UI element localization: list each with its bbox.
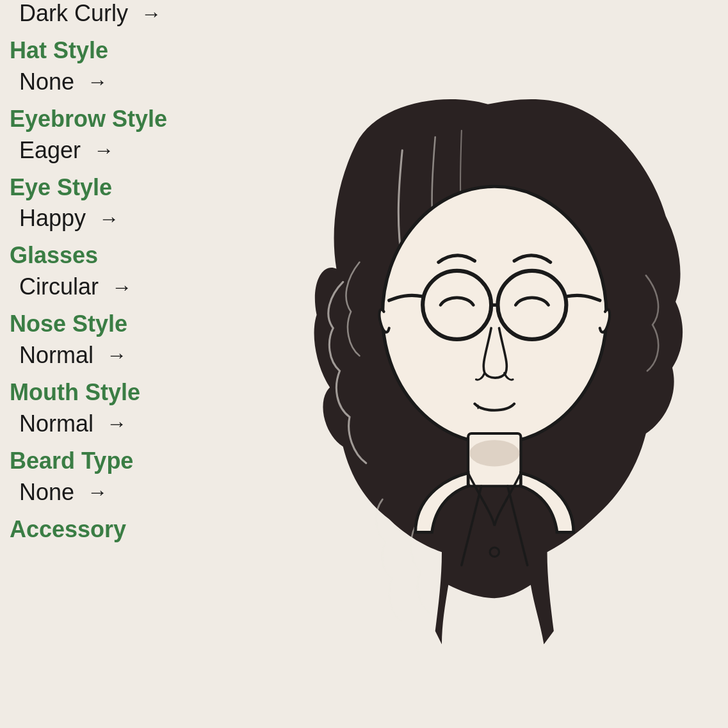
hair-style-value-row[interactable]: Dark Curly → [6, 0, 243, 27]
accessory-group: Accessory [6, 515, 243, 545]
hair-style-arrow: → [141, 2, 161, 26]
mouth-style-group: Mouth Style Normal → [6, 378, 243, 444]
nose-style-arrow: → [106, 343, 127, 367]
nose-style-value-row[interactable]: Normal → [6, 342, 243, 369]
main-layout: Dark Curly → Hat Style None → Eyebrow St… [0, 0, 728, 728]
eye-style-value-row[interactable]: Happy → [6, 205, 243, 232]
glasses-label: Glasses [6, 241, 243, 271]
eyebrow-style-group: Eyebrow Style Eager → [6, 104, 243, 170]
face [382, 186, 606, 443]
beard-type-label: Beard Type [6, 446, 243, 476]
eye-style-arrow: → [99, 207, 119, 231]
hat-style-value: None [19, 69, 74, 95]
hair-style-group: Dark Curly → [6, 0, 243, 33]
avatar-area [248, 0, 728, 728]
beard-type-arrow: → [87, 480, 108, 504]
eyebrow-style-label: Eyebrow Style [6, 104, 243, 134]
nose-style-label: Nose Style [6, 309, 243, 339]
eye-style-label: Eye Style [6, 173, 243, 203]
hat-style-label: Hat Style [6, 36, 243, 66]
eye-style-value: Happy [19, 205, 86, 232]
mouth-style-value: Normal [19, 410, 93, 437]
glasses-group: Glasses Circular → [6, 241, 243, 307]
eyebrow-style-arrow: → [93, 138, 114, 162]
neck-shadow [469, 440, 519, 466]
nose-style-group: Nose Style Normal → [6, 309, 243, 375]
beard-type-group: Beard Type None → [6, 446, 243, 512]
eye-style-group: Eye Style Happy → [6, 173, 243, 239]
eyebrow-style-value-row[interactable]: Eager → [6, 137, 243, 164]
glasses-value-row[interactable]: Circular → [6, 273, 243, 300]
mouth-style-value-row[interactable]: Normal → [6, 410, 243, 437]
mouth-style-label: Mouth Style [6, 378, 243, 408]
nose-style-value: Normal [19, 342, 93, 369]
glasses-arrow: → [111, 275, 132, 299]
attribute-panel: Dark Curly → Hat Style None → Eyebrow St… [0, 0, 250, 728]
glasses-value: Circular [19, 273, 99, 300]
beard-type-value: None [19, 479, 74, 506]
mouth-style-arrow: → [106, 412, 127, 435]
hair-style-value: Dark Curly [19, 0, 128, 27]
eyebrow-style-value: Eager [19, 137, 81, 164]
hat-style-arrow: → [87, 70, 108, 93]
hat-style-value-row[interactable]: None → [6, 69, 243, 95]
avatar-illustration [257, 44, 718, 684]
hat-style-group: Hat Style None → [6, 36, 243, 102]
accessory-label: Accessory [6, 515, 243, 545]
beard-type-value-row[interactable]: None → [6, 479, 243, 506]
